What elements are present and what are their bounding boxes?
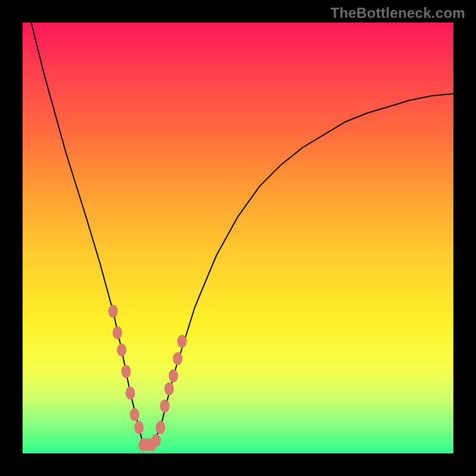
watermark-text: TheBottleneck.com xyxy=(331,5,465,21)
curve-marker xyxy=(112,326,122,339)
curve-marker xyxy=(121,365,131,378)
curve-marker xyxy=(173,352,183,365)
curve-marker xyxy=(156,421,165,434)
curve-marker xyxy=(134,421,144,434)
curve-marker xyxy=(126,387,135,400)
marker-group xyxy=(108,305,187,451)
curve-marker xyxy=(108,305,118,318)
curve-marker xyxy=(117,343,127,356)
plot-area xyxy=(23,23,453,453)
curve-marker xyxy=(177,335,187,348)
bottleneck-curve xyxy=(32,23,454,445)
chart-stage: TheBottleneck.com xyxy=(0,0,476,476)
curve-marker xyxy=(164,382,174,395)
chart-svg xyxy=(23,23,453,453)
curve-marker xyxy=(151,434,161,447)
curve-marker xyxy=(168,369,178,383)
curve-marker xyxy=(160,399,170,412)
curve-marker xyxy=(130,408,139,421)
